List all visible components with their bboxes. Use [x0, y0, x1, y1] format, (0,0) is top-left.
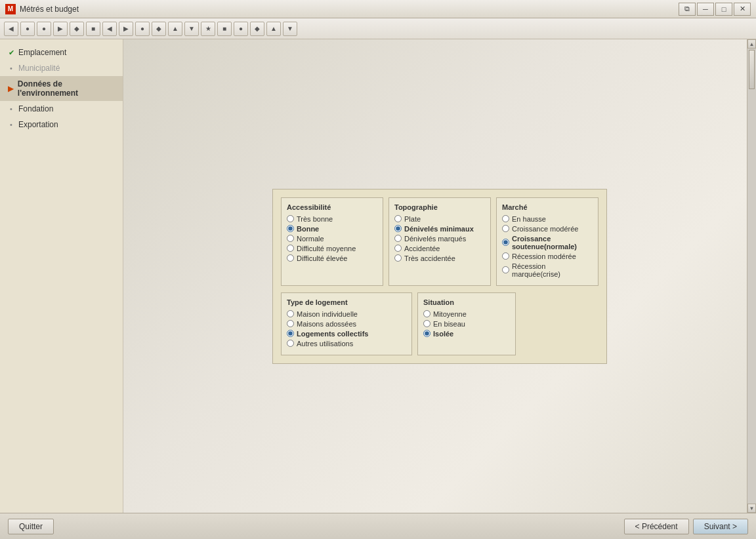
marche-group: Marché En hausse Croissance modérée Croi… — [496, 197, 598, 286]
radio-deniveles-min[interactable]: Dénivelés minimaux — [394, 225, 485, 233]
radio-en-hausse[interactable]: En hausse — [502, 215, 593, 223]
radio-croissance-moderee[interactable]: Croissance modérée — [502, 225, 593, 233]
toolbar-btn-10[interactable]: ◆ — [152, 22, 166, 36]
radio-recession-marquee[interactable]: Récession marquée(crise) — [502, 262, 593, 278]
sidebar-item-donnees[interactable]: ▶ Données de l'environnement — [0, 76, 123, 101]
toolbar-btn-3[interactable]: ● — [37, 22, 51, 36]
window-controls: ⧉ ─ □ ✕ — [679, 3, 751, 16]
quitter-button[interactable]: Quitter — [8, 519, 54, 534]
toolbar-btn-13[interactable]: ★ — [201, 22, 215, 36]
radio-maisons-adossees-input[interactable] — [287, 320, 294, 327]
radio-tres-bonne[interactable]: Très bonne — [287, 215, 377, 223]
restore-button[interactable]: ⧉ — [679, 3, 696, 16]
title-bar: M Métrés et budget ⧉ ─ □ ✕ — [0, 0, 756, 18]
radio-tres-accidentee-input[interactable] — [394, 254, 402, 262]
toolbar-btn-9[interactable]: ● — [135, 22, 150, 36]
toolbar-btn-7[interactable]: ◀ — [102, 22, 117, 36]
scrollbar-up-btn[interactable]: ▲ — [747, 39, 756, 49]
toolbar-btn-4[interactable]: ▶ — [53, 22, 68, 36]
toolbar-btn-2[interactable]: ● — [20, 22, 35, 36]
radio-difficulte-moyenne[interactable]: Difficulté moyenne — [287, 245, 377, 252]
close-button[interactable]: ✕ — [734, 3, 751, 16]
radio-tres-accidentee[interactable]: Très accidentée — [394, 254, 485, 262]
sidebar-label-exportation: Exportation — [18, 120, 58, 129]
radio-deniveles-min-label: Dénivelés minimaux — [404, 225, 474, 233]
sidebar-item-fondation[interactable]: • Fondation — [0, 101, 123, 117]
toolbar-btn-12[interactable]: ▼ — [184, 22, 199, 36]
radio-deniveles-min-input[interactable] — [394, 225, 402, 232]
precedent-button[interactable]: < Précédent — [624, 519, 689, 534]
radio-recession-moderee-input[interactable] — [502, 252, 509, 260]
suivant-button[interactable]: Suivant > — [693, 519, 748, 534]
topographie-group: Topographie Plate Dénivelés minimaux Dén… — [388, 197, 491, 286]
radio-recession-marquee-input[interactable] — [502, 266, 509, 273]
radio-tres-bonne-input[interactable] — [287, 215, 294, 222]
toolbar-btn-16[interactable]: ◆ — [250, 22, 264, 36]
radio-mitoyenne[interactable]: Mitoyenne — [423, 310, 510, 318]
radio-difficulte-elevee-label: Difficulté élevée — [297, 254, 347, 262]
radio-isolee-input[interactable] — [423, 330, 430, 337]
radio-deniveles-marques-label: Dénivelés marqués — [404, 235, 466, 243]
toolbar-btn-15[interactable]: ● — [234, 22, 248, 36]
radio-croissance-soutenue-input[interactable] — [502, 239, 509, 246]
radio-en-biseau-input[interactable] — [423, 320, 430, 327]
radio-autres-utilisations[interactable]: Autres utilisations — [287, 340, 406, 348]
radio-tres-bonne-label: Très bonne — [297, 215, 333, 223]
radio-maison-ind-input[interactable] — [287, 310, 294, 317]
radio-deniveles-marques[interactable]: Dénivelés marqués — [394, 235, 485, 243]
radio-normale-input[interactable] — [287, 235, 294, 242]
form-section-top: Accessibilité Très bonne Bonne Normale — [281, 197, 598, 286]
toolbar: ◀ ● ● ▶ ◆ ■ ◀ ▶ ● ◆ ▲ ▼ ★ ■ ● ◆ ▲ ▼ — [0, 18, 756, 39]
app-title: Métrés et budget — [20, 5, 679, 14]
radio-normale[interactable]: Normale — [287, 235, 377, 243]
radio-bonne[interactable]: Bonne — [287, 225, 377, 233]
radio-logements-collectifs-input[interactable] — [287, 330, 294, 337]
arrow-icon: ▶ — [7, 85, 15, 93]
radio-plate[interactable]: Plate — [394, 215, 485, 223]
app-icon: M — [5, 4, 16, 14]
radio-difficulte-moyenne-input[interactable] — [287, 245, 294, 252]
toolbar-btn-14[interactable]: ■ — [217, 22, 232, 36]
minimize-button[interactable]: ─ — [697, 3, 714, 16]
maximize-button[interactable]: □ — [715, 3, 732, 16]
toolbar-btn-1[interactable]: ◀ — [4, 22, 18, 36]
radio-difficulte-elevee[interactable]: Difficulté élevée — [287, 254, 377, 262]
radio-maison-ind[interactable]: Maison individuelle — [287, 310, 406, 318]
radio-croissance-moderee-input[interactable] — [502, 225, 509, 232]
radio-difficulte-elevee-input[interactable] — [287, 254, 294, 262]
dot-icon: • — [7, 64, 16, 72]
scrollbar-thumb[interactable] — [749, 50, 755, 89]
toolbar-btn-5[interactable]: ◆ — [70, 22, 84, 36]
radio-recession-moderee-label: Récession modérée — [512, 252, 576, 260]
radio-en-biseau-label: En biseau — [433, 320, 465, 328]
radio-croissance-soutenue[interactable]: Croissance soutenue(normale) — [502, 235, 593, 250]
radio-mitoyenne-input[interactable] — [423, 310, 430, 317]
radio-en-hausse-input[interactable] — [502, 215, 509, 222]
radio-autres-utilisations-input[interactable] — [287, 340, 294, 347]
radio-maisons-adossees[interactable]: Maisons adossées — [287, 320, 406, 328]
sidebar-item-exportation[interactable]: • Exportation — [0, 117, 123, 132]
scrollbar-track — [747, 49, 756, 504]
form-panel: Accessibilité Très bonne Bonne Normale — [272, 189, 607, 364]
toolbar-btn-8[interactable]: ▶ — [119, 22, 133, 36]
radio-isolee[interactable]: Isolée — [423, 330, 510, 338]
radio-recession-moderee[interactable]: Récession modérée — [502, 252, 593, 260]
topographie-title: Topographie — [394, 203, 485, 211]
toolbar-btn-17[interactable]: ▲ — [266, 22, 281, 36]
sidebar-label-municipalite: Municipalité — [18, 64, 60, 73]
radio-accidentee-input[interactable] — [394, 245, 402, 252]
radio-deniveles-marques-input[interactable] — [394, 235, 402, 242]
radio-en-biseau[interactable]: En biseau — [423, 320, 510, 328]
scrollbar-down-btn[interactable]: ▼ — [747, 504, 756, 513]
radio-logements-collectifs[interactable]: Logements collectifs — [287, 330, 406, 338]
nav-buttons: < Précédent Suivant > — [624, 519, 748, 534]
radio-accidentee[interactable]: Accidentée — [394, 245, 485, 252]
radio-bonne-input[interactable] — [287, 225, 294, 232]
toolbar-btn-11[interactable]: ▲ — [168, 22, 182, 36]
sidebar-item-emplacement[interactable]: ✔ Emplacement — [0, 45, 123, 60]
toolbar-btn-18[interactable]: ▼ — [283, 22, 297, 36]
radio-plate-input[interactable] — [394, 215, 402, 222]
main-content: ✔ Emplacement • Municipalité ▶ Données d… — [0, 39, 756, 513]
radio-maisons-adossees-label: Maisons adossées — [297, 320, 356, 328]
toolbar-btn-6[interactable]: ■ — [86, 22, 100, 36]
